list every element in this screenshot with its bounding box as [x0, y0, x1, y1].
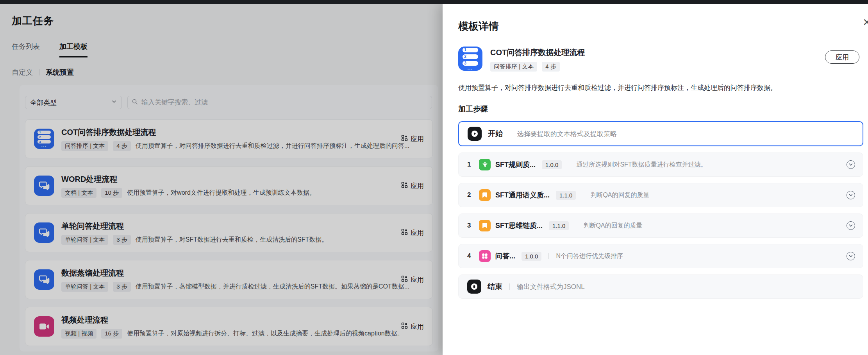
bookmark-icon	[481, 222, 488, 229]
steps-section-heading: 加工步骤	[458, 104, 863, 114]
start-label: 开始	[488, 129, 503, 139]
template-details-drawer: ✕ 模板详情 1 2 3 ... COT问答排序数据处理流程 问答排序 | 文本…	[443, 4, 868, 355]
window-top-bar	[0, 0, 868, 4]
close-icon[interactable]: ✕	[863, 17, 868, 27]
operator-description: N个问答进行优先级排序	[556, 252, 623, 260]
bookmark-icon	[481, 192, 488, 199]
drawer-mask[interactable]	[0, 4, 443, 355]
version-badge: 1.1.0	[549, 221, 569, 230]
step-row[interactable]: 2 SFT通用语义质... 1.1.0 判断QA的回复的质量	[458, 183, 863, 207]
step-number: 3	[467, 222, 473, 229]
operator-icon	[479, 220, 491, 231]
template-tag-badge: 问答排序 | 文本	[490, 62, 537, 72]
divider	[509, 283, 510, 290]
end-description: 输出文件格式为JSONL	[517, 282, 585, 291]
operator-description: 判断QA的回复的质量	[583, 222, 642, 230]
apply-template-button[interactable]: 应用	[825, 50, 859, 64]
version-badge: 1.0.0	[542, 160, 562, 169]
template-header: 1 2 3 ... COT问答排序数据处理流程 问答排序 | 文本 4 步 应用	[458, 47, 863, 72]
play-icon	[468, 127, 482, 141]
step-row[interactable]: 3 SFT思维链质... 1.1.0 判断QA的回复的质量	[458, 213, 863, 238]
divider	[583, 192, 583, 198]
drawer-title: 模板详情	[458, 20, 863, 33]
operator-name: SFT通用语义质...	[495, 190, 550, 200]
expand-step-button[interactable]	[847, 160, 855, 169]
expand-step-button[interactable]	[847, 221, 855, 230]
step-row[interactable]: 1 SFT规则质... 1.0.0 通过所选规则对SFT数据质量进行检查并过滤。	[458, 152, 863, 177]
operator-description: 判断QA的回复的质量	[590, 191, 649, 199]
operator-description: 通过所选规则对SFT数据质量进行检查并过滤。	[576, 161, 707, 169]
template-title: COT问答排序数据处理流程	[490, 47, 585, 58]
operator-icon	[479, 189, 491, 201]
operator-name: SFT规则质...	[495, 160, 536, 169]
template-description: 使用预置算子，对问答排序数据进行去重和质检过滤，并进行问答排序预标注，生成处理后…	[458, 83, 863, 92]
filter-icon	[481, 161, 489, 169]
operator-name: SFT思维链质...	[495, 221, 543, 230]
step-number: 4	[467, 252, 473, 260]
ranked-list-icon: 1 2 3 ...	[463, 48, 478, 70]
step-number: 2	[467, 191, 473, 199]
template-type-icon: 1 2 3 ...	[458, 47, 482, 71]
step-row[interactable]: 4 问答... 1.0.0 N个问答进行优先级排序	[458, 244, 863, 268]
version-badge: 1.1.0	[556, 191, 576, 200]
expand-step-button[interactable]	[847, 191, 855, 199]
step-list: 1 SFT规则质... 1.0.0 通过所选规则对SFT数据质量进行检查并过滤。…	[458, 152, 863, 268]
grid-icon	[481, 253, 488, 260]
operator-icon	[479, 159, 491, 170]
operator-name: 问答...	[495, 251, 515, 261]
step-number: 1	[467, 161, 473, 169]
end-node-card[interactable]: 结束 输出文件格式为JSONL	[458, 274, 863, 299]
start-description: 选择要提取的文本格式及提取策略	[517, 129, 617, 138]
divider	[510, 131, 510, 137]
divider	[569, 161, 569, 168]
end-label: 结束	[488, 281, 502, 292]
divider	[548, 253, 549, 259]
expand-step-button[interactable]	[847, 252, 855, 260]
start-node-card[interactable]: 开始 选择要提取的文本格式及提取策略	[458, 121, 863, 146]
divider	[576, 222, 576, 229]
steps-count-badge: 4 步	[542, 62, 560, 72]
version-badge: 1.0.0	[522, 252, 541, 261]
stop-icon	[467, 280, 481, 294]
operator-icon	[479, 250, 491, 262]
